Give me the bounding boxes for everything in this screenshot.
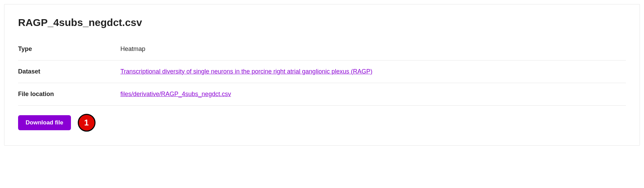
row-dataset: Dataset Transcriptional diversity of sin… (18, 61, 626, 83)
dataset-link[interactable]: Transcriptional diversity of single neur… (120, 68, 372, 75)
file-info-table: Type Heatmap Dataset Transcriptional div… (18, 38, 626, 106)
label-dataset: Dataset (18, 61, 120, 83)
label-file-location: File location (18, 83, 120, 106)
file-info-card: RAGP_4subs_negdct.csv Type Heatmap Datas… (4, 4, 640, 146)
value-file-location: files/derivative/RAGP_4subs_negdct.csv (120, 83, 626, 106)
row-type: Type Heatmap (18, 38, 626, 61)
download-file-button[interactable]: Download file (18, 115, 71, 130)
label-type: Type (18, 38, 120, 61)
button-row: Download file 1 (18, 114, 626, 132)
file-location-link[interactable]: files/derivative/RAGP_4subs_negdct.csv (120, 91, 231, 97)
annotation-badge-1: 1 (78, 114, 96, 132)
value-type: Heatmap (120, 38, 626, 61)
row-file-location: File location files/derivative/RAGP_4sub… (18, 83, 626, 106)
file-title: RAGP_4subs_negdct.csv (18, 17, 626, 28)
value-dataset: Transcriptional diversity of single neur… (120, 61, 626, 83)
